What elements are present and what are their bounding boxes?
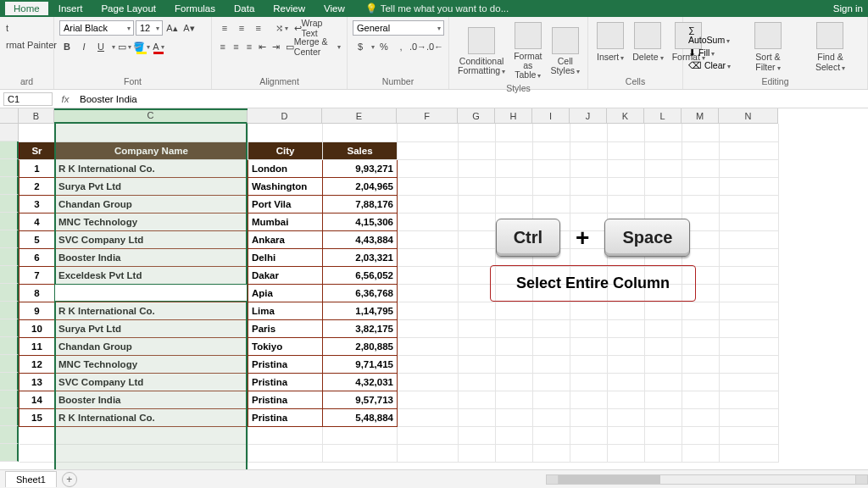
cell-G1[interactable] — [459, 124, 496, 141]
cell-F1[interactable] — [398, 124, 459, 141]
increase-font-icon[interactable]: A▴ — [164, 20, 180, 36]
number-format-combo[interactable]: General — [353, 20, 444, 36]
cell-G2[interactable] — [459, 141, 496, 159]
cell-B3[interactable]: 1 — [19, 159, 55, 177]
ribbon-tab-formulas[interactable]: Formulas — [166, 2, 224, 15]
cell-I14[interactable] — [533, 355, 570, 373]
cell-B13[interactable]: 11 — [19, 337, 55, 355]
cell-J16[interactable] — [570, 391, 608, 408]
autosum-button[interactable]: ∑ AutoSum▾ — [688, 25, 737, 45]
cell-G3[interactable] — [459, 159, 496, 177]
cells-area[interactable]: SrCompany NameCitySales1R K Internationa… — [19, 124, 868, 469]
cell-K18[interactable] — [608, 426, 645, 444]
cell-M15[interactable] — [682, 373, 720, 391]
ribbon-tab-insert[interactable]: Insert — [50, 2, 92, 15]
cell-J5[interactable] — [570, 195, 608, 213]
indent-inc-icon[interactable]: ⇥ — [270, 39, 281, 54]
row-header-3[interactable] — [0, 159, 19, 177]
cell-M18[interactable] — [682, 426, 720, 444]
cell-K2[interactable] — [608, 141, 645, 159]
align-bottom-icon[interactable]: ≡ — [251, 20, 266, 36]
cell-M1[interactable] — [682, 124, 720, 141]
row-header-4[interactable] — [0, 177, 19, 195]
cell-H11[interactable] — [496, 302, 533, 319]
borders-button[interactable]: ▭▾ — [117, 39, 132, 54]
cell-L13[interactable] — [645, 337, 682, 355]
row-header-13[interactable] — [0, 337, 19, 355]
row-header-2[interactable] — [0, 141, 19, 159]
cell-E8[interactable]: 2,03,321 — [323, 248, 398, 266]
cell-D7[interactable]: Ankara — [248, 230, 323, 248]
column-header-N[interactable]: N — [719, 108, 778, 124]
cell-B12[interactable]: 10 — [19, 319, 55, 337]
cell-C1[interactable] — [55, 124, 248, 141]
cell-B15[interactable]: 13 — [19, 373, 55, 391]
comma-button[interactable]: , — [393, 39, 409, 54]
cell-K17[interactable] — [608, 408, 645, 426]
cell-N19[interactable] — [720, 444, 779, 462]
cell-D10[interactable]: Apia — [248, 284, 323, 302]
row-header-10[interactable] — [0, 284, 19, 302]
cell-H4[interactable] — [496, 177, 533, 195]
cell-K11[interactable] — [608, 302, 645, 319]
cell-E9[interactable]: 6,56,052 — [323, 266, 398, 284]
cell-C3[interactable]: R K International Co. — [55, 159, 248, 177]
underline-button[interactable]: U — [93, 39, 108, 54]
cell-F4[interactable] — [398, 177, 459, 195]
sign-in-link[interactable]: Sign in — [833, 3, 863, 14]
cell-M11[interactable] — [682, 302, 720, 319]
row-header-9[interactable] — [0, 266, 19, 284]
sheet-tab-sheet1[interactable]: Sheet1 — [5, 471, 57, 487]
font-name-combo[interactable]: Arial Black — [59, 20, 134, 36]
cell-C11[interactable]: R K International Co. — [55, 302, 248, 319]
row-header-7[interactable] — [0, 230, 19, 248]
column-header-C[interactable]: C — [54, 108, 248, 124]
cell-K19[interactable] — [608, 444, 645, 462]
column-header-D[interactable]: D — [248, 108, 322, 124]
increase-decimal-icon[interactable]: .0→ — [410, 39, 426, 54]
cell-F10[interactable] — [398, 284, 459, 302]
cell-K13[interactable] — [608, 337, 645, 355]
cell-D9[interactable]: Dakar — [248, 266, 323, 284]
cell-H12[interactable] — [496, 319, 533, 337]
row-header-11[interactable] — [0, 302, 19, 319]
cell-D5[interactable]: Port Vila — [248, 195, 323, 213]
cell-E4[interactable]: 2,04,965 — [323, 177, 398, 195]
cell-G11[interactable] — [459, 302, 496, 319]
column-header-B[interactable]: B — [19, 108, 54, 124]
column-headers[interactable]: BCDEFGHIJKLMN — [19, 108, 778, 124]
ribbon-tab-view[interactable]: View — [315, 2, 353, 15]
cell-M5[interactable] — [682, 195, 720, 213]
cell-D17[interactable]: Pristina — [248, 408, 323, 426]
cell-N13[interactable] — [720, 337, 779, 355]
cell-B7[interactable]: 5 — [19, 230, 55, 248]
cell-N15[interactable] — [720, 373, 779, 391]
cell-H14[interactable] — [496, 355, 533, 373]
cell-D13[interactable]: Tokiyo — [248, 337, 323, 355]
cell-K1[interactable] — [608, 124, 645, 141]
cut-button[interactable]: t — [5, 20, 53, 36]
cell-N12[interactable] — [720, 319, 779, 337]
cell-F19[interactable] — [398, 444, 459, 462]
cell-F18[interactable] — [398, 426, 459, 444]
column-header-J[interactable]: J — [570, 108, 607, 124]
cell-F6[interactable] — [398, 213, 459, 230]
cell-G5[interactable] — [459, 195, 496, 213]
fill-color-button[interactable]: 🪣▾ — [134, 39, 149, 54]
cell-H1[interactable] — [496, 124, 533, 141]
column-header-E[interactable]: E — [322, 108, 397, 124]
cell-F3[interactable] — [398, 159, 459, 177]
cell-I3[interactable] — [533, 159, 570, 177]
cell-N9[interactable] — [720, 266, 779, 284]
cell-J4[interactable] — [570, 177, 608, 195]
cell-E1[interactable] — [323, 124, 398, 141]
format-painter-button[interactable]: rmat Painter — [5, 37, 53, 53]
cell-E15[interactable]: 4,32,031 — [323, 373, 398, 391]
cell-G19[interactable] — [459, 444, 496, 462]
cell-C18[interactable] — [55, 426, 248, 444]
cell-H19[interactable] — [496, 444, 533, 462]
cell-D1[interactable] — [248, 124, 323, 141]
cell-I13[interactable] — [533, 337, 570, 355]
cell-B19[interactable] — [19, 444, 55, 462]
cell-N10[interactable] — [720, 284, 779, 302]
